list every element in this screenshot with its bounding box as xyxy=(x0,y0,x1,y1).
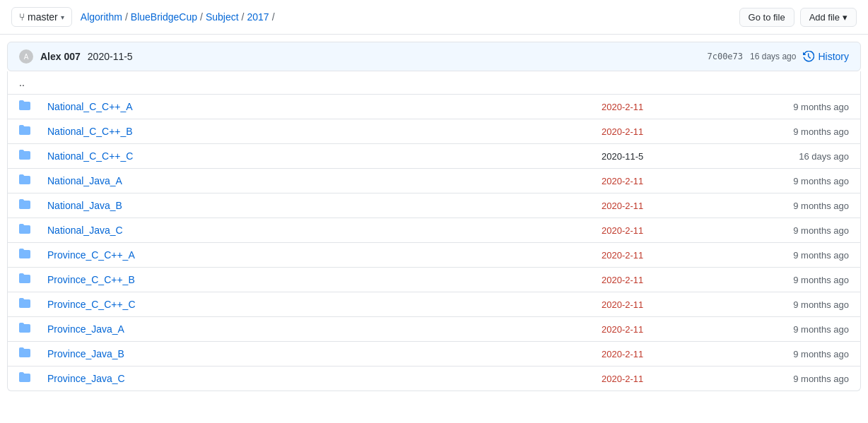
file-date: 2020-2-11 xyxy=(602,324,743,335)
file-date: 2020-11-5 xyxy=(602,151,743,162)
file-date: 2020-2-11 xyxy=(602,225,743,236)
file-time-ago: 9 months ago xyxy=(743,349,849,359)
file-date: 2020-2-11 xyxy=(602,126,743,137)
branch-name: master xyxy=(28,11,58,23)
commit-author: Alex 007 xyxy=(40,51,81,62)
top-bar: ⑂ master ▾ Algorithm / BlueBridgeCup / S… xyxy=(0,0,868,35)
left-controls: ⑂ master ▾ Algorithm / BlueBridgeCup / S… xyxy=(11,7,278,27)
table-row: National_Java_A 2020-2-11 9 months ago xyxy=(8,169,860,193)
file-name[interactable]: National_C_C++_C xyxy=(47,150,602,162)
file-time-ago: 9 months ago xyxy=(743,126,849,137)
file-date: 2020-2-11 xyxy=(602,349,743,359)
folder-icon xyxy=(19,198,47,213)
file-name[interactable]: National_Java_A xyxy=(47,175,602,186)
go-to-file-button[interactable]: Go to file xyxy=(739,8,794,27)
file-time-ago: 9 months ago xyxy=(743,201,849,211)
file-date: 2020-2-11 xyxy=(602,250,743,261)
folder-icon xyxy=(19,174,47,188)
branch-selector[interactable]: ⑂ master ▾ xyxy=(11,7,72,27)
commit-hash: 7c00e73 xyxy=(707,52,743,61)
table-row: Province_C_C++_A 2020-2-11 9 months ago xyxy=(8,243,860,268)
file-date: 2020-2-11 xyxy=(602,299,743,310)
breadcrumb-2017[interactable]: 2017 xyxy=(247,11,269,23)
file-name[interactable]: Province_Java_C xyxy=(47,373,602,384)
table-row: Province_Java_A 2020-2-11 9 months ago xyxy=(8,317,860,342)
top-actions: Go to file Add file ▾ xyxy=(739,8,857,27)
history-button[interactable]: History xyxy=(803,51,849,62)
history-label: History xyxy=(818,51,849,62)
file-name[interactable]: National_C_C++_B xyxy=(47,126,602,137)
commit-time-ago: 16 days ago xyxy=(750,52,796,61)
add-file-label: Add file ▾ xyxy=(809,12,848,23)
table-row: National_C_C++_B 2020-2-11 9 months ago xyxy=(8,119,860,144)
table-row: National_C_C++_A 2020-2-11 9 months ago xyxy=(8,95,860,119)
breadcrumb-sep-3: / xyxy=(242,11,245,23)
folder-icon xyxy=(19,248,47,262)
file-name[interactable]: National_Java_B xyxy=(47,200,602,211)
file-time-ago: 9 months ago xyxy=(743,176,849,186)
parent-row[interactable]: .. xyxy=(8,71,860,95)
file-time-ago: 9 months ago xyxy=(743,250,849,261)
folder-icon xyxy=(19,347,47,361)
file-table: .. National_C_C++_A 2020-2-11 9 months a… xyxy=(7,71,861,391)
file-name[interactable]: Province_C_C++_C xyxy=(47,299,602,310)
folder-icon xyxy=(19,100,47,114)
add-file-chevron-icon: ▾ xyxy=(843,12,848,23)
file-time-ago: 9 months ago xyxy=(743,324,849,335)
file-name[interactable]: National_C_C++_A xyxy=(47,101,602,112)
breadcrumb-subject[interactable]: Subject xyxy=(206,11,239,23)
commit-left: A Alex 007 2020-11-5 xyxy=(19,49,133,64)
folder-icon xyxy=(19,149,47,163)
file-name[interactable]: Province_C_C++_B xyxy=(47,274,602,285)
folder-icon xyxy=(19,223,47,237)
file-date: 2020-2-11 xyxy=(602,374,743,384)
table-row: Province_C_C++_C 2020-2-11 9 months ago xyxy=(8,292,860,317)
file-time-ago: 9 months ago xyxy=(743,225,849,236)
folder-icon xyxy=(19,371,47,386)
table-row: National_C_C++_C 2020-11-5 16 days ago xyxy=(8,144,860,169)
folder-icon xyxy=(19,322,47,336)
folder-icon xyxy=(19,297,47,311)
table-row: National_Java_B 2020-2-11 9 months ago xyxy=(8,193,860,218)
folder-icon xyxy=(19,124,47,138)
breadcrumb-sep-4: / xyxy=(272,11,275,23)
breadcrumb: Algorithm / BlueBridgeCup / Subject / 20… xyxy=(81,11,278,23)
breadcrumb-algorithm[interactable]: Algorithm xyxy=(81,11,122,23)
file-time-ago: 9 months ago xyxy=(743,275,849,285)
table-row: Province_C_C++_B 2020-2-11 9 months ago xyxy=(8,268,860,292)
table-row: National_Java_C 2020-2-11 9 months ago xyxy=(8,218,860,243)
breadcrumb-sep-2: / xyxy=(200,11,203,23)
file-name[interactable]: Province_Java_B xyxy=(47,348,602,359)
commit-date: 2020-11-5 xyxy=(88,51,133,62)
chevron-down-icon: ▾ xyxy=(61,13,64,21)
file-date: 2020-2-11 xyxy=(602,102,743,112)
commit-right: 7c00e73 16 days ago History xyxy=(707,51,849,62)
file-time-ago: 9 months ago xyxy=(743,299,849,310)
breadcrumb-bluebridgecup[interactable]: BlueBridgeCup xyxy=(131,11,197,23)
file-name[interactable]: Province_C_C++_A xyxy=(47,249,602,261)
table-row: Province_Java_B 2020-2-11 9 months ago xyxy=(8,342,860,367)
file-date: 2020-2-11 xyxy=(602,176,743,186)
file-date: 2020-2-11 xyxy=(602,275,743,285)
file-name[interactable]: National_Java_C xyxy=(47,225,602,236)
commit-bar: A Alex 007 2020-11-5 7c00e73 16 days ago… xyxy=(7,42,861,71)
branch-icon: ⑂ xyxy=(19,11,25,23)
add-file-button[interactable]: Add file ▾ xyxy=(800,8,857,27)
clock-icon xyxy=(803,51,814,62)
folder-icon xyxy=(19,273,47,287)
breadcrumb-sep-1: / xyxy=(125,11,128,23)
file-time-ago: 16 days ago xyxy=(743,151,849,162)
avatar: A xyxy=(19,49,33,64)
file-name[interactable]: Province_Java_A xyxy=(47,323,602,335)
file-time-ago: 9 months ago xyxy=(743,102,849,112)
file-time-ago: 9 months ago xyxy=(743,374,849,384)
file-date: 2020-2-11 xyxy=(602,201,743,211)
file-rows-container: National_C_C++_A 2020-2-11 9 months ago … xyxy=(8,95,860,391)
table-row: Province_Java_C 2020-2-11 9 months ago xyxy=(8,367,860,391)
